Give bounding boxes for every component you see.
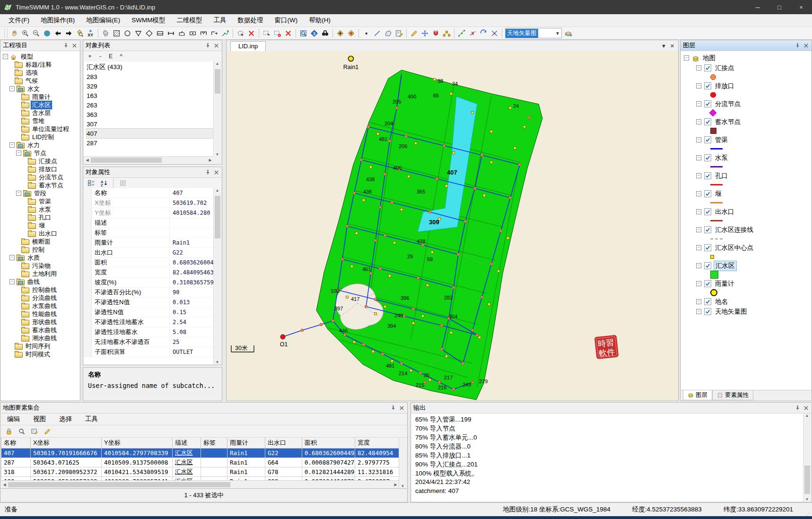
tree-item-分流节点[interactable]: 分流节点	[1, 173, 79, 181]
deselect-icon[interactable]	[272, 28, 283, 39]
property-row-描述[interactable]: 描述	[84, 218, 214, 228]
property-row-宽度[interactable]: 宽度82.4840954631	[84, 268, 214, 278]
expander-icon[interactable]: −	[696, 65, 701, 70]
property-row-面积[interactable]: 面积0.6803626004	[84, 258, 214, 268]
column-header-面积[interactable]: 面积	[302, 438, 355, 449]
tab-layers[interactable]: 图层	[683, 390, 712, 400]
menu-SWMM模型[interactable]: SWMM模型	[126, 14, 171, 26]
layer-item-天地矢量图[interactable]: −天地矢量图	[683, 307, 811, 317]
toolbar-grip[interactable]	[4, 29, 8, 38]
close-icon[interactable]	[803, 405, 809, 411]
property-row-出水口[interactable]: 出水口G22	[84, 248, 214, 258]
list-item-363[interactable]: 363	[87, 110, 214, 119]
layer-item-孔口[interactable]: −孔口	[683, 171, 811, 181]
menu-文件(F)[interactable]: 文件(F)	[3, 14, 35, 26]
list-item-407[interactable]: 407	[87, 129, 214, 138]
rain-gage-icon[interactable]	[100, 28, 111, 39]
back-icon[interactable]	[52, 28, 63, 39]
snap-icon[interactable]	[430, 28, 441, 39]
properties-vscrollbar[interactable]: ▲▼	[213, 188, 221, 364]
pan-icon[interactable]	[9, 28, 20, 39]
tree-item-污染物[interactable]: 污染物	[1, 262, 79, 270]
tree-item-LID控制[interactable]: LID控制	[1, 133, 79, 141]
orifice-icon[interactable]	[187, 28, 198, 39]
object-list-hscrollbar[interactable]: ◀▶	[84, 156, 214, 164]
tree-item-曲线[interactable]: −曲线	[1, 278, 79, 286]
tree-item-出水口[interactable]: 出水口	[1, 229, 79, 238]
list-item-163[interactable]: 163	[87, 91, 214, 100]
sketch-icon[interactable]	[409, 28, 419, 39]
table-row[interactable]: 318503617.209809523724010421.5343809519汇…	[1, 467, 400, 477]
tree-item-雪堆[interactable]: 雪堆	[1, 117, 79, 125]
splitter[interactable]	[222, 40, 226, 401]
add-vertex-icon[interactable]	[220, 28, 231, 39]
tree-item-排放口[interactable]: 排放口	[1, 165, 79, 173]
layer-item-分流节点[interactable]: −分流节点	[683, 99, 811, 109]
categorize-icon[interactable]	[86, 178, 96, 189]
column-header-X坐标[interactable]: X坐标	[31, 438, 102, 449]
property-row-不渗透性洼地蓄水[interactable]: 不渗透性洼地蓄水2.54	[84, 317, 214, 327]
zoom-selection-icon[interactable]	[298, 28, 309, 39]
move-icon[interactable]	[419, 28, 430, 39]
tree-item-水质[interactable]: −水质	[1, 254, 79, 262]
tree-item-含水层[interactable]: 含水层	[1, 109, 79, 117]
column-header-雨量计[interactable]: 雨量计	[227, 438, 265, 449]
property-row-Y坐标[interactable]: Y坐标4010584.280	[84, 208, 214, 218]
tree-item-分流曲线[interactable]: 分流曲线	[1, 294, 79, 302]
menu-地图编辑(E)[interactable]: 地图编辑(E)	[80, 14, 126, 26]
layer-item-汇水区中心点[interactable]: −汇水区中心点	[683, 243, 811, 253]
layer-checkbox[interactable]	[704, 262, 711, 269]
junction-icon[interactable]	[122, 28, 133, 39]
tree-item-时间序列[interactable]: 时间序列	[1, 342, 79, 350]
layer-checkbox[interactable]	[704, 298, 711, 305]
layer-checkbox[interactable]	[704, 280, 711, 287]
menu-二维模型[interactable]: 二维模型	[171, 14, 208, 26]
layer-item-堰[interactable]: −堰	[683, 189, 811, 199]
tree-item-单位流量过程[interactable]: 单位流量过程	[1, 125, 79, 133]
layer-item-汇接点[interactable]: −汇接点	[683, 63, 811, 73]
feature-menu-编辑[interactable]: 编辑	[0, 413, 26, 425]
pump-icon[interactable]	[176, 28, 187, 39]
tree-item-管渠[interactable]: 管渠	[1, 197, 79, 205]
tree-item-模型[interactable]: −模型	[1, 53, 79, 61]
column-header-Y坐标[interactable]: Y坐标	[102, 438, 173, 449]
property-row-不渗透性N值[interactable]: 不渗透性N值0.013	[84, 298, 214, 308]
coordinates-icon[interactable]: XY	[85, 28, 96, 39]
conduit-icon[interactable]	[166, 28, 176, 39]
storage-icon[interactable]	[155, 28, 166, 39]
tree-item-水力[interactable]: −水力	[1, 141, 79, 149]
list-item-287[interactable]: 287	[87, 138, 214, 148]
expander-icon[interactable]: −	[696, 155, 701, 160]
property-row-名称[interactable]: 名称407	[84, 188, 214, 198]
property-row-渗透性洼地蓄水[interactable]: 渗透性洼地蓄水5.08	[84, 327, 214, 337]
expander-icon[interactable]: −	[16, 150, 21, 156]
expander-icon[interactable]: −	[16, 191, 21, 196]
layer-checkbox[interactable]	[704, 82, 711, 89]
tree-item-时间模式[interactable]: 时间模式	[1, 350, 79, 358]
resize-grip[interactable]: ⋰	[806, 511, 811, 516]
tree-item-选项[interactable]: 选项	[1, 69, 79, 77]
add-feature-icon[interactable]	[335, 28, 346, 39]
delete-icon[interactable]	[246, 28, 257, 39]
menu-数据处理[interactable]: 数据处理	[232, 14, 269, 26]
edit-vertex-icon[interactable]	[456, 28, 467, 39]
menu-帮助(H)[interactable]: 帮助(H)	[303, 14, 336, 26]
search-icon[interactable]	[16, 426, 27, 437]
layer-item-汇水区连接线[interactable]: −汇水区连接线	[683, 225, 811, 235]
close-icon[interactable]	[213, 169, 219, 176]
layer-checkbox[interactable]	[704, 208, 711, 215]
layer-item-雨量计[interactable]: −雨量计	[683, 279, 811, 289]
delete-feature-icon[interactable]	[346, 28, 357, 39]
layer-item-水泵[interactable]: −水泵	[683, 153, 811, 163]
layer-checkbox[interactable]	[704, 308, 711, 315]
menu-工具[interactable]: 工具	[208, 14, 232, 26]
close-icon[interactable]	[803, 43, 809, 49]
rect-select-icon[interactable]	[261, 28, 272, 39]
reshape-icon[interactable]	[478, 28, 489, 39]
tree-item-控制[interactable]: 控制	[1, 246, 79, 254]
table-row[interactable]: 407503619.701916666764010584.2797708339汇…	[1, 449, 400, 458]
property-page-icon[interactable]	[117, 178, 128, 189]
tree-item-孔口[interactable]: 孔口	[1, 213, 79, 221]
expander-icon[interactable]: −	[9, 142, 15, 148]
split-icon[interactable]	[467, 28, 478, 39]
